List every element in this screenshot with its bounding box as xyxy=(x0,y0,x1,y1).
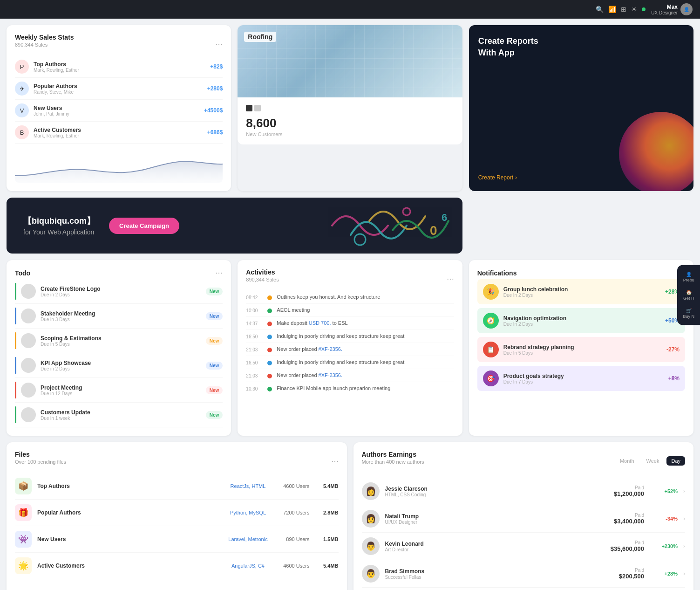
search-icon[interactable]: 🔍 xyxy=(596,6,604,13)
author-info: Natali Trump UI/UX Designer xyxy=(385,513,608,525)
notification-icon: 📋 xyxy=(483,342,499,357)
todo-avatar xyxy=(21,309,36,323)
campaign-banner: 【biqubiqu.com】 for Your Web Application … xyxy=(7,198,462,254)
author-change: -34% xyxy=(654,516,678,521)
todo-badge: New xyxy=(206,312,223,320)
activity-link[interactable]: #XF-2356. xyxy=(319,346,342,352)
todo-menu[interactable]: ⋯ xyxy=(215,268,223,277)
todo-color-bar xyxy=(15,332,16,349)
create-report-link[interactable]: Create Report › xyxy=(478,174,517,181)
weekly-sales-menu[interactable]: ⋯ xyxy=(215,40,223,48)
stat-row: P Top Authors Mark, Rowling, Esther +82$ xyxy=(15,56,223,78)
notification-due: Due In 5 Days xyxy=(503,350,662,356)
user-avatar[interactable]: 👤 xyxy=(680,3,693,15)
sidebar-prebu[interactable]: 👤 Prebu xyxy=(681,270,696,284)
sidebar-prebu-label: Prebu xyxy=(683,278,694,282)
stat-val: +686$ xyxy=(207,129,223,136)
apps-icon[interactable]: ⊞ xyxy=(621,6,626,13)
notification-item: 🎉 Group lunch celebration Due In 2 Days … xyxy=(477,279,685,304)
todo-due: Due in 12 Days xyxy=(41,391,201,396)
chevron-right-icon[interactable]: › xyxy=(683,570,685,577)
activity-item: 16:50 Indulging in poorly driving and ke… xyxy=(246,330,454,343)
file-tech: ReactJs, HTML xyxy=(225,483,272,489)
activities-title-group: Activities 890,344 Sales xyxy=(246,268,279,289)
todo-item: Customers Update Due in 1 week New xyxy=(15,403,223,427)
notification-info: Navigation optimization Due In 2 Days xyxy=(503,315,660,327)
author-paid-label: Paid xyxy=(614,513,644,518)
stat-row: ✈ Popular Authors Randy, Steve, Mike +28… xyxy=(15,78,223,100)
new-customers-number: 8,600 xyxy=(246,116,454,130)
todo-badge: New xyxy=(206,337,223,345)
author-item: 👨 Brad Simmons Successful Fellas Paid $2… xyxy=(362,560,686,588)
activities-title: Activities xyxy=(246,268,279,276)
sq2 xyxy=(254,105,261,111)
chevron-right-icon[interactable]: › xyxy=(683,543,685,549)
create-campaign-button[interactable]: Create Campaign xyxy=(109,218,179,234)
roofing-image: Roofing xyxy=(238,25,462,97)
tab-day[interactable]: Day xyxy=(666,456,685,466)
signal-icon[interactable]: 📶 xyxy=(608,6,616,13)
activity-time: 10:30 xyxy=(246,386,263,391)
todo-name: Stakeholder Meeting xyxy=(41,310,201,317)
stat-name: Top Authors xyxy=(34,61,205,68)
file-tech: Laravel, Metronic xyxy=(225,536,272,542)
notification-item: 🎯 Product goals strategy Due In 7 Days +… xyxy=(477,366,685,391)
todo-color-bar xyxy=(15,308,16,324)
activity-dot xyxy=(267,348,272,352)
file-rows: 📦 Top Authors ReactJs, HTML 4600 Users 5… xyxy=(15,473,339,579)
activity-time: 16:50 xyxy=(246,334,263,339)
files-menu[interactable]: ⋯ xyxy=(331,457,339,466)
file-tech: Python, MySQL xyxy=(225,510,272,515)
sidebar-geth[interactable]: 🏠 Get H xyxy=(681,288,696,302)
activity-item: 10:30 Finance KPI Mobile app launch prep… xyxy=(246,382,454,395)
notification-name: Group lunch celebration xyxy=(503,286,660,293)
stat-rows: P Top Authors Mark, Rowling, Esther +82$… xyxy=(15,56,223,144)
author-avatar: 👨 xyxy=(362,537,380,555)
todo-name: KPI App Showcase xyxy=(41,360,201,366)
author-name: Brad Simmons xyxy=(385,568,613,575)
activity-text: Indulging in poorly driving and keep str… xyxy=(277,359,454,365)
user-role: UX Designer xyxy=(651,10,678,15)
user-name-role: Max UX Designer xyxy=(651,4,678,15)
todo-header: Todo ⋯ xyxy=(15,268,223,277)
new-customers-card: 8,600 New Customers xyxy=(238,97,462,144)
author-change: +230% xyxy=(654,543,678,549)
files-title-group: Files Over 100 pending files xyxy=(15,451,66,471)
activity-link[interactable]: #XF-2356. xyxy=(319,372,342,378)
author-change: +28% xyxy=(654,571,678,576)
create-report-text: Create Report xyxy=(478,174,513,181)
notification-due: Due In 2 Days xyxy=(503,293,660,298)
tab-week[interactable]: Week xyxy=(642,456,664,466)
author-role: Art Director xyxy=(385,547,605,552)
stat-name: Active Customers xyxy=(34,127,203,133)
activities-menu[interactable]: ⋯ xyxy=(447,274,454,283)
todo-color-bar xyxy=(15,382,16,398)
stat-sub: Randy, Steve, Mike xyxy=(34,89,203,95)
stat-icon: P xyxy=(15,60,29,74)
user-info: Max UX Designer 👤 xyxy=(651,3,693,15)
author-name: Kevin Leonard xyxy=(385,541,605,547)
todo-badge: New xyxy=(206,288,223,295)
brightness-icon[interactable]: ☀ xyxy=(631,6,637,13)
activity-time: 10:00 xyxy=(246,308,263,313)
file-name: Active Customers xyxy=(37,563,219,569)
author-earnings: Paid $1,200,000 xyxy=(614,485,644,497)
author-earnings: Paid $200,500 xyxy=(619,568,644,580)
sidebar-buyn[interactable]: 🛒 Buy N xyxy=(681,306,696,321)
chevron-right-icon[interactable]: › xyxy=(683,515,685,522)
stat-val: +280$ xyxy=(207,85,223,92)
file-item: 👾 New Users Laravel, Metronic 890 Users … xyxy=(15,526,339,553)
file-users: 890 Users xyxy=(277,536,310,542)
file-item: 🌟 Active Customers AngularJS, C# 4600 Us… xyxy=(15,553,339,579)
notification-name: Navigation optimization xyxy=(503,315,660,322)
todo-badge: New xyxy=(206,386,223,394)
notification-icon: 🎯 xyxy=(483,370,499,386)
files-subtitle: Over 100 pending files xyxy=(15,459,66,465)
weekly-sales-header: Weekly Sales Stats 890,344 Sales ⋯ xyxy=(15,34,223,54)
chevron-right-icon[interactable]: › xyxy=(683,488,685,494)
tab-month[interactable]: Month xyxy=(615,456,639,466)
author-earnings: Paid $35,600,000 xyxy=(611,540,644,552)
author-change: +52% xyxy=(654,488,678,494)
activity-link[interactable]: USD 700. xyxy=(309,320,331,326)
activity-item: 10:00 AEOL meeting xyxy=(246,304,454,317)
